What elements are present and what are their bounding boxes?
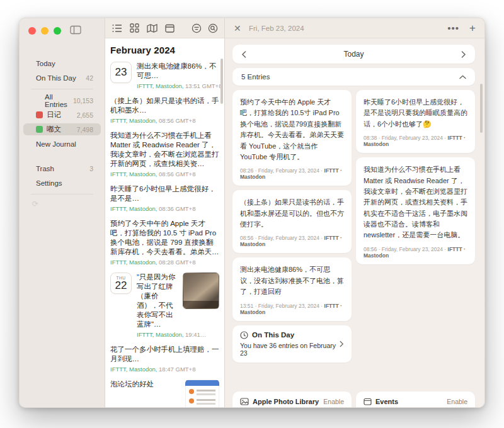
calendar-view-icon[interactable] (164, 23, 175, 33)
entry-card[interactable]: 预约了今天中午的 Apple 天才吧，打算给我的 10.5寸 iPad Pro … (232, 90, 352, 186)
entry-cards-right-column: 昨天睡了6小时但早上感觉很好，是不是说明只要我的睡眠质量高的话，6个小时也够了🤔… (356, 90, 475, 264)
integration-title: Apple Photo Library (253, 398, 319, 405)
day-navigator-title: Today (247, 50, 461, 59)
detail-scrollbar[interactable] (480, 84, 483, 133)
sidebar-item-trash[interactable]: Trash 3 (23, 162, 101, 174)
sidebar-item-label: Trash (36, 165, 89, 172)
sidebar-item-journal-toots[interactable]: 嘟文 7,498 (23, 123, 101, 135)
list-view-icon[interactable] (112, 23, 122, 33)
entries-section-header[interactable]: 5 Entries (232, 68, 475, 86)
journal-color-swatch (36, 126, 43, 133)
sidebar-item-settings[interactable]: Settings (23, 177, 101, 189)
previous-day-button[interactable] (241, 51, 247, 58)
photo-library-card: Apple Photo Library Enable See your phot… (232, 391, 352, 408)
desktop: Today On This Day 42 All Entries 10,153 … (0, 0, 504, 428)
sidebar-item-new-journal[interactable]: New Journal (23, 138, 101, 150)
list-item[interactable]: 23 测出来电池健康86%，不可思… IFTTT, Mastodon, 13:5… (110, 62, 219, 89)
sidebar-item-label: Today (36, 60, 93, 67)
collapse-icon[interactable] (459, 75, 466, 79)
new-entry-icon[interactable]: + (469, 22, 476, 35)
sidebar-item-journal-diary[interactable]: 日记 2,655 (23, 109, 101, 121)
journal-color-swatch (36, 111, 43, 118)
sidebar-toggle-icon[interactable] (70, 25, 81, 35)
list-item[interactable]: 预约了今天中午的 Apple 天才吧，打算给我的 10.5 寸 iPad Pro… (110, 219, 219, 266)
sidebar-item-on-this-day[interactable]: On This Day 42 (23, 72, 101, 84)
sidebar-item-label: 日记 (47, 110, 77, 120)
date-badge: 23 (110, 62, 132, 83)
next-day-button[interactable] (461, 51, 466, 58)
list-item[interactable]: 我知道为什么不习惯在手机上看 Matter 或 Readwise Reader … (110, 131, 219, 177)
entry-thumbnail (185, 380, 219, 407)
close-window-button[interactable] (28, 27, 36, 35)
journal-app-window: Today On This Day 42 All Entries 10,153 … (19, 18, 485, 408)
enable-button[interactable]: Enable (447, 398, 467, 405)
integration-title: Events (375, 398, 443, 405)
sidebar-divider (31, 194, 93, 194)
sidebar-item-all-entries[interactable]: All Entries 10,153 (23, 94, 101, 106)
detail-date-label: Fri, Feb 23, 2024 (249, 25, 304, 32)
entry-list: February 2024 23 测出来电池健康86%，不可思… IFTTT, … (105, 38, 224, 407)
sidebar-item-label: 嘟文 (47, 125, 77, 134)
more-options-icon[interactable]: ••• (447, 25, 459, 31)
entry-card[interactable]: 我知道为什么不习惯在手机上看 Matter 或 Readwise Reader … (356, 157, 475, 264)
day-navigator: Today (232, 45, 475, 64)
entry-card[interactable]: （接上条）如果只是读书的话，手机和墨水屏还是可以的。但也不方便打字。 08:56… (232, 190, 352, 253)
item-count: 7,498 (77, 126, 93, 133)
detail-toolbar: ✕ Fri, Feb 23, 2024 ••• + (225, 18, 484, 38)
list-item[interactable]: （接上条）如果只是读书的话，手机和墨水… IFTTT, Mastodon, 08… (110, 96, 219, 124)
on-this-day-icon (240, 331, 248, 339)
sync-status-icon: ⟳ (20, 200, 105, 208)
entry-card[interactable]: 测出来电池健康86%，不可思议，没有达到标准换不了电池，算了，打道回府 13:5… (232, 257, 352, 320)
day-view: Today 5 Entries 预约了今天中午的 Apple 天才吧，打算给我的… (225, 38, 484, 407)
list-item[interactable]: 花了一个多小时手机上填理赔，一月到现… IFTTT, Mastodon, 18:… (110, 345, 219, 373)
grid-view-icon[interactable] (129, 23, 140, 33)
item-count: 3 (89, 165, 93, 172)
item-count: 42 (86, 74, 93, 82)
sidebar-divider (31, 89, 93, 89)
list-item[interactable]: THU 22 "只是因为你写出了红牌（廉价酒），不代表你写不出蓝牌"… IFTT… (110, 273, 219, 338)
minimize-window-button[interactable] (41, 27, 49, 35)
sidebar: Today On This Day 42 All Entries 10,153 … (20, 18, 105, 407)
entry-list-pane: February 2024 23 测出来电池健康86%，不可思… IFTTT, … (105, 18, 225, 407)
month-header: February 2024 (110, 45, 219, 55)
date-badge: THU 22 (110, 273, 132, 294)
on-this-day-subtitle: You have 36 entries on February 23 (240, 342, 339, 357)
item-count: 2,655 (77, 111, 93, 119)
sidebar-item-label: Settings (36, 179, 93, 187)
entry-cards-left-column: 预约了今天中午的 Apple 天才吧，打算给我的 10.5寸 iPad Pro … (232, 90, 352, 363)
search-icon[interactable] (207, 23, 218, 33)
integrations-row: Apple Photo Library Enable See your phot… (232, 391, 475, 408)
photos-icon (240, 398, 249, 405)
sidebar-item-label: On This Day (36, 74, 86, 82)
filter-icon[interactable] (191, 23, 202, 33)
list-scrollbar[interactable] (220, 59, 223, 104)
list-item[interactable]: 泡论坛的好处 IFTTT, Mastodon, 13:16 GMT+8 (110, 380, 219, 407)
on-this-day-title: On This Day (252, 331, 294, 339)
sidebar-item-today[interactable]: Today (23, 57, 101, 69)
list-toolbar (105, 18, 224, 38)
window-controls (28, 27, 61, 35)
entry-thumbnail (183, 273, 219, 309)
entries-count-label: 5 Entries (241, 73, 459, 81)
chevron-right-icon (339, 341, 344, 347)
zoom-window-button[interactable] (54, 27, 61, 35)
enable-button[interactable]: Enable (323, 398, 344, 405)
calendar-icon (364, 398, 372, 405)
map-view-icon[interactable] (147, 23, 158, 33)
close-icon[interactable]: ✕ (234, 23, 245, 33)
sidebar-item-label: All Entries (45, 93, 73, 108)
entry-card[interactable]: 昨天睡了6小时但早上感觉很好，是不是说明只要我的睡眠质量高的话，6个小时也够了🤔… (356, 90, 475, 153)
sidebar-item-label: New Journal (36, 140, 93, 148)
day-detail-pane: ✕ Fri, Feb 23, 2024 ••• + Today (225, 18, 484, 407)
list-item[interactable]: 昨天睡了6小时但早上感觉很好，是不是… IFTTT, Mastodon, 08:… (110, 184, 219, 212)
item-count: 10,153 (73, 97, 93, 104)
on-this-day-card[interactable]: On This Day You have 36 entries on Febru… (232, 325, 352, 363)
entry-cards: 预约了今天中午的 Apple 天才吧，打算给我的 10.5寸 iPad Pro … (232, 90, 475, 363)
events-card: Events Enable Pull in a summary of your … (356, 391, 475, 408)
